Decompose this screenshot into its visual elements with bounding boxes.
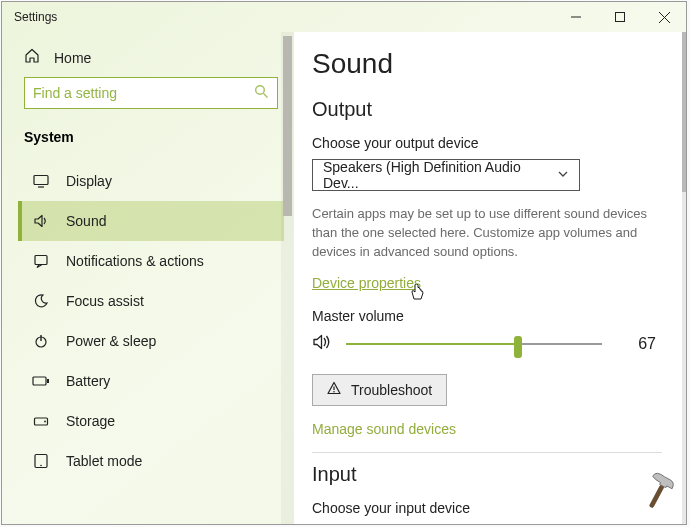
sidebar-item-label: Storage [66, 413, 115, 429]
tablet-icon [32, 453, 50, 469]
svg-rect-1 [616, 13, 625, 22]
svg-rect-6 [34, 176, 48, 185]
svg-rect-11 [33, 377, 46, 385]
content-scrollbar-thumb[interactable] [682, 32, 686, 192]
sidebar-scrollbar-thumb[interactable] [283, 36, 292, 216]
sidebar-item-focus-assist[interactable]: Focus assist [18, 281, 284, 321]
sidebar-item-display[interactable]: Display [18, 161, 284, 201]
output-device-label: Choose your output device [312, 135, 662, 151]
power-icon [32, 333, 50, 349]
search-input[interactable]: Find a setting [24, 77, 278, 109]
display-icon [32, 173, 50, 189]
caption-buttons [554, 2, 686, 32]
home-icon [24, 48, 40, 67]
sidebar-home[interactable]: Home [18, 40, 284, 77]
section-divider [312, 452, 662, 453]
output-device-selected: Speakers (High Definition Audio Dev... [323, 159, 557, 191]
output-device-dropdown[interactable]: Speakers (High Definition Audio Dev... [312, 159, 580, 191]
slider-thumb[interactable] [514, 336, 522, 358]
hammer-watermark-icon [638, 471, 680, 517]
sidebar-item-storage[interactable]: Storage [18, 401, 284, 441]
notifications-icon [32, 253, 50, 269]
window-title: Settings [14, 10, 57, 24]
troubleshoot-label: Troubleshoot [351, 382, 432, 398]
page-title: Sound [312, 48, 662, 80]
sidebar-item-sound[interactable]: Sound [18, 201, 284, 241]
volume-row: 67 [312, 332, 662, 356]
window-body: Home Find a setting System Display So [2, 32, 686, 524]
svg-point-16 [40, 465, 42, 467]
sidebar-item-label: Sound [66, 213, 106, 229]
troubleshoot-button[interactable]: Troubleshoot [312, 374, 447, 406]
sidebar-item-notifications[interactable]: Notifications & actions [18, 241, 284, 281]
svg-point-14 [44, 421, 46, 423]
settings-window: Settings Home Find a setting [1, 1, 687, 525]
sidebar: Home Find a setting System Display So [2, 32, 294, 524]
input-heading: Input [312, 463, 662, 486]
minimize-button[interactable] [554, 2, 598, 32]
storage-icon [32, 413, 50, 429]
sidebar-item-label: Tablet mode [66, 453, 142, 469]
slider-fill [346, 343, 518, 345]
svg-point-4 [256, 86, 265, 95]
sidebar-home-label: Home [54, 50, 91, 66]
sidebar-item-label: Focus assist [66, 293, 144, 309]
sidebar-item-tablet-mode[interactable]: Tablet mode [18, 441, 284, 481]
sidebar-scrollbar[interactable] [281, 32, 294, 524]
output-heading: Output [312, 98, 662, 121]
focus-icon [32, 293, 50, 309]
input-device-label: Choose your input device [312, 500, 662, 516]
sidebar-section-label: System [18, 119, 284, 161]
sidebar-item-battery[interactable]: Battery [18, 361, 284, 401]
svg-line-5 [264, 94, 268, 98]
search-placeholder: Find a setting [33, 85, 117, 101]
sidebar-item-power-sleep[interactable]: Power & sleep [18, 321, 284, 361]
sidebar-item-label: Notifications & actions [66, 253, 204, 269]
maximize-button[interactable] [598, 2, 642, 32]
close-button[interactable] [642, 2, 686, 32]
sidebar-item-label: Battery [66, 373, 110, 389]
svg-rect-12 [47, 379, 49, 383]
volume-value: 67 [634, 335, 662, 353]
search-icon [254, 84, 269, 102]
warning-icon [327, 381, 341, 398]
svg-rect-8 [35, 256, 47, 265]
volume-slider[interactable] [346, 334, 602, 354]
speaker-icon[interactable] [312, 332, 332, 356]
master-volume-label: Master volume [312, 308, 662, 324]
sidebar-item-label: Power & sleep [66, 333, 156, 349]
svg-point-18 [333, 391, 335, 393]
cursor-icon [410, 284, 425, 306]
manage-sound-devices-link[interactable]: Manage sound devices [312, 421, 456, 437]
output-helper-text: Certain apps may be set up to use differ… [312, 205, 662, 262]
device-properties-link[interactable]: Device properties [312, 275, 421, 291]
content: Sound Output Choose your output device S… [294, 32, 686, 524]
sound-icon [32, 213, 50, 229]
chevron-down-icon [557, 167, 569, 183]
battery-icon [32, 375, 50, 387]
svg-rect-19 [649, 485, 664, 508]
content-scrollbar[interactable] [682, 32, 686, 524]
sidebar-item-label: Display [66, 173, 112, 189]
titlebar: Settings [2, 2, 686, 32]
